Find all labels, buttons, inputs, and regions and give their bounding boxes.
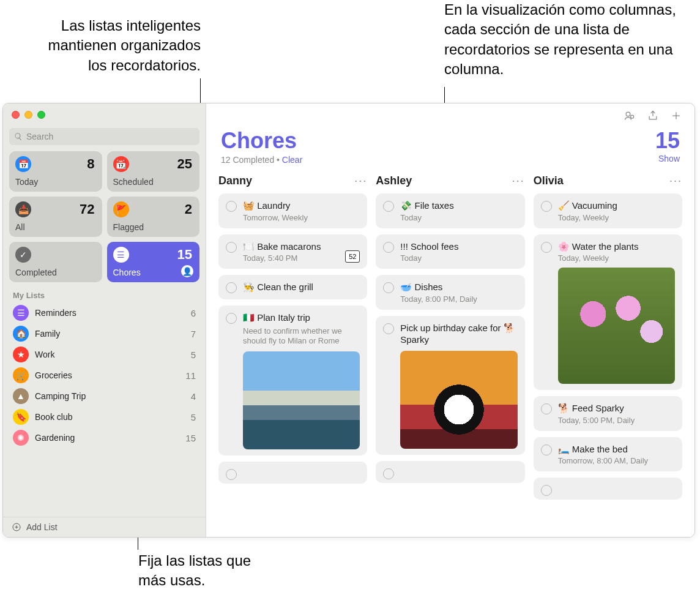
reminder-title: !!! School fees bbox=[400, 241, 517, 253]
complete-radio[interactable] bbox=[226, 469, 237, 480]
reminder-subtitle: Tomorrow, 8:00 AM, Daily bbox=[558, 456, 675, 465]
reminder-subtitle: Today, 8:00 PM, Daily bbox=[400, 294, 517, 304]
smart-card-flagged[interactable]: 🚩 2 Flagged bbox=[107, 197, 200, 237]
reminder-card[interactable]: Pick up birthday cake for 🐕 Sparky bbox=[376, 316, 524, 455]
list-name: Camping Trip bbox=[35, 391, 86, 401]
smart-card-scheduled[interactable]: 📆 25 Scheduled bbox=[107, 151, 200, 192]
complete-radio[interactable] bbox=[541, 242, 552, 253]
complete-radio[interactable] bbox=[541, 201, 552, 212]
callout-smart-lists: Las listas inteligentes mantienen organi… bbox=[35, 16, 201, 75]
sidebar: Search 📅 8 Today 📆 25 Scheduled 📥 72 All… bbox=[3, 103, 206, 537]
column-more-icon[interactable]: ··· bbox=[512, 174, 525, 187]
list-count: 11 bbox=[185, 370, 196, 381]
list-count: 15 bbox=[185, 433, 196, 443]
reminder-card[interactable]: 🥣 DishesToday, 8:00 PM, Daily bbox=[376, 275, 524, 310]
smart-card-completed[interactable]: ✓ Completed bbox=[9, 242, 102, 282]
complete-radio[interactable] bbox=[383, 323, 394, 334]
reminder-subtitle: Today, 5:40 PM bbox=[243, 253, 339, 263]
smart-card-today[interactable]: 📅 8 Today bbox=[9, 151, 102, 192]
add-list-label: Add List bbox=[26, 522, 58, 532]
reminder-card[interactable]: 🐕 Feed SparkyToday, 5:00 PM, Daily bbox=[534, 396, 682, 431]
complete-radio[interactable] bbox=[383, 282, 394, 293]
reminder-card[interactable]: 🛏️ Make the bedTomorrow, 8:00 AM, Daily bbox=[534, 437, 682, 472]
list-name: Work bbox=[35, 350, 54, 359]
minimize-icon[interactable] bbox=[24, 111, 32, 119]
collaborate-icon[interactable] bbox=[624, 110, 636, 122]
smart-label: Chores bbox=[113, 268, 141, 277]
list-icon: ☰ bbox=[113, 247, 129, 263]
sidebar-list-item[interactable]: 🔖 Book club 5 bbox=[3, 407, 206, 427]
list-name: Reminders bbox=[35, 308, 76, 318]
smart-count: 72 bbox=[80, 201, 94, 217]
reminder-card-empty[interactable] bbox=[218, 462, 367, 484]
smart-count: 25 bbox=[177, 156, 192, 172]
complete-radio[interactable] bbox=[541, 444, 552, 455]
reminder-card[interactable]: 🌸 Water the plantsToday, Weekly bbox=[534, 234, 682, 391]
maximize-icon[interactable] bbox=[37, 111, 45, 119]
list-title: Chores bbox=[221, 128, 655, 154]
main-content: Chores 12 Completed • Clear 15 Show Dann… bbox=[206, 103, 694, 537]
list-name: Book club bbox=[35, 412, 72, 422]
smart-label: All bbox=[15, 222, 25, 232]
column-more-icon[interactable]: ··· bbox=[354, 174, 367, 187]
column-more-icon[interactable]: ··· bbox=[669, 174, 682, 187]
complete-radio[interactable] bbox=[541, 403, 552, 414]
complete-radio[interactable] bbox=[541, 485, 552, 496]
smart-label: Today bbox=[15, 177, 38, 187]
smart-card-all[interactable]: 📥 72 All bbox=[9, 197, 102, 237]
list-icon: 🏠 bbox=[13, 326, 29, 342]
window-controls bbox=[3, 103, 206, 126]
reminder-card-empty[interactable] bbox=[534, 478, 682, 500]
sidebar-list-item[interactable]: ★ Work 5 bbox=[3, 344, 206, 365]
complete-radio[interactable] bbox=[383, 468, 394, 479]
callout-columns-view: En la visualización como columnas, cada … bbox=[444, 0, 688, 80]
sidebar-list-item[interactable]: ☰ Reminders 6 bbox=[3, 302, 206, 323]
reminder-card[interactable]: 🧹 VacuumingToday, Weekly bbox=[534, 193, 682, 228]
column: Danny ··· 🧺 LaundryTomorrow, Weekly 🍽️ B… bbox=[218, 174, 367, 537]
column: Ashley ··· 💸 File taxesToday !!! School … bbox=[376, 174, 524, 537]
reminder-card[interactable]: 💸 File taxesToday bbox=[376, 193, 524, 228]
svg-point-1 bbox=[626, 112, 630, 116]
callout-pin-lists: Fija las listas que más usas. bbox=[138, 551, 261, 591]
complete-radio[interactable] bbox=[383, 201, 394, 212]
smart-count: 15 bbox=[177, 247, 192, 263]
add-list-button[interactable]: Add List bbox=[3, 517, 206, 537]
add-reminder-icon[interactable] bbox=[670, 110, 682, 122]
reminder-image bbox=[243, 351, 360, 449]
complete-radio[interactable] bbox=[226, 282, 237, 293]
sidebar-list-item[interactable]: 🛒 Groceries 11 bbox=[3, 365, 206, 386]
complete-radio[interactable] bbox=[226, 201, 237, 212]
smart-count: 8 bbox=[87, 156, 94, 172]
flag-icon: 🚩 bbox=[113, 201, 129, 217]
list-count: 5 bbox=[191, 350, 196, 360]
close-icon[interactable] bbox=[12, 111, 20, 119]
complete-radio[interactable] bbox=[226, 313, 237, 324]
reminder-card-empty[interactable] bbox=[376, 461, 524, 483]
complete-radio[interactable] bbox=[383, 242, 394, 253]
reminder-title: 👨‍🍳 Clean the grill bbox=[243, 281, 360, 293]
reminder-image bbox=[558, 268, 675, 384]
sidebar-list-item[interactable]: ▲ Camping Trip 4 bbox=[3, 386, 206, 407]
reminder-card[interactable]: 👨‍🍳 Clean the grill bbox=[218, 275, 367, 299]
sidebar-list-item[interactable]: 🏠 Family 7 bbox=[3, 323, 206, 344]
search-placeholder: Search bbox=[26, 132, 53, 141]
reminder-card[interactable]: 🧺 LaundryTomorrow, Weekly bbox=[218, 193, 367, 228]
complete-radio[interactable] bbox=[226, 242, 237, 253]
avatar: 👤 bbox=[181, 265, 193, 277]
reminder-title: 🥣 Dishes bbox=[400, 281, 517, 293]
sidebar-list-item[interactable]: ✺ Gardening 15 bbox=[3, 427, 206, 448]
reminder-card[interactable]: 🇮🇹 Plan Italy tripNeed to confirm whethe… bbox=[218, 306, 367, 455]
columns-container: Danny ··· 🧺 LaundryTomorrow, Weekly 🍽️ B… bbox=[206, 168, 694, 537]
reminder-title: 🍽️ Bake macarons bbox=[243, 241, 339, 253]
reminder-card[interactable]: 🍽️ Bake macaronsToday, 5:40 PM52 bbox=[218, 234, 367, 269]
reminder-subtitle: Today bbox=[400, 253, 517, 263]
share-icon[interactable] bbox=[647, 110, 659, 122]
search-icon bbox=[14, 132, 23, 141]
smart-card-chores[interactable]: ☰ 15 Chores 👤 bbox=[107, 242, 200, 282]
reminder-card[interactable]: !!! School feesToday bbox=[376, 234, 524, 269]
clear-button[interactable]: Clear bbox=[282, 155, 302, 165]
show-link[interactable]: Show bbox=[655, 154, 680, 163]
search-input[interactable]: Search bbox=[9, 128, 199, 145]
list-icon: 🛒 bbox=[13, 367, 29, 383]
reminder-title: 🇮🇹 Plan Italy trip bbox=[243, 312, 360, 324]
